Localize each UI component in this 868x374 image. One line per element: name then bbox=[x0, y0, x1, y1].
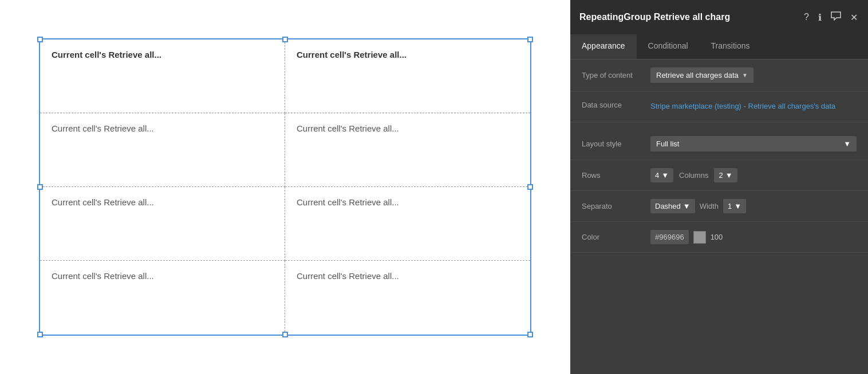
dropdown-arrow: ▼ bbox=[661, 171, 669, 180]
separator-dropdown[interactable]: Dashed ▼ bbox=[650, 199, 695, 213]
handle-top-right[interactable] bbox=[527, 37, 533, 42]
layout-style-value: Full list ▼ bbox=[650, 136, 857, 152]
type-of-content-label: Type of content bbox=[582, 71, 650, 79]
handle-top-left[interactable] bbox=[37, 37, 43, 42]
dropdown-arrow: ▼ bbox=[683, 202, 691, 210]
cell-text: Current cell's Retrieve all... bbox=[297, 197, 399, 207]
cell-text: Current cell's Retrieve all... bbox=[52, 271, 154, 281]
table-row: Current cell's Retrieve all... bbox=[285, 39, 530, 113]
handle-mid-left[interactable] bbox=[37, 184, 43, 190]
info-button[interactable]: ℹ bbox=[817, 11, 823, 24]
cell-text: Current cell's Retrieve all... bbox=[52, 124, 154, 133]
data-source-row: Data source Stripe marketplace (testing)… bbox=[570, 91, 868, 122]
type-of-content-dropdown[interactable]: Retrieve all charges data ▼ bbox=[650, 67, 753, 83]
layout-style-row: Layout style Full list ▼ bbox=[570, 128, 868, 160]
table-row: Current cell's Retrieve all... bbox=[40, 39, 285, 113]
dropdown-arrow: ▼ bbox=[725, 171, 733, 180]
type-of-content-value: Retrieve all charges data ▼ bbox=[650, 67, 857, 83]
cell-grid: Current cell's Retrieve all... Current c… bbox=[40, 39, 530, 335]
color-controls: #969696 100 bbox=[650, 230, 857, 244]
color-row: Color #969696 100 bbox=[570, 222, 868, 253]
rows-columns-row: Rows 4 ▼ Columns 2 ▼ bbox=[570, 160, 868, 191]
close-button[interactable]: ✕ bbox=[849, 11, 859, 24]
layout-style-dropdown[interactable]: Full list ▼ bbox=[650, 136, 857, 152]
layout-style-label: Layout style bbox=[582, 140, 650, 148]
table-row: Current cell's Retrieve all... bbox=[40, 113, 285, 187]
cell-text: Current cell's Retrieve all... bbox=[52, 197, 154, 207]
separator-label: Separato bbox=[582, 202, 650, 210]
table-row: Current cell's Retrieve all... bbox=[285, 261, 530, 335]
table-row: Current cell's Retrieve all... bbox=[285, 113, 530, 187]
table-row: Current cell's Retrieve all... bbox=[40, 261, 285, 335]
repeating-group[interactable]: Current cell's Retrieve all... Current c… bbox=[39, 38, 531, 336]
data-source-label: Data source bbox=[582, 101, 650, 109]
handle-bot-mid[interactable] bbox=[282, 332, 288, 337]
cell-text: Current cell's Retrieve all... bbox=[297, 50, 407, 59]
cell-text: Current cell's Retrieve all... bbox=[297, 271, 399, 281]
data-source-value: Stripe marketplace (testing) - Retrieve … bbox=[650, 101, 857, 112]
tab-conditional[interactable]: Conditional bbox=[637, 34, 700, 59]
cell-text: Current cell's Retrieve all... bbox=[297, 124, 399, 133]
columns-dropdown[interactable]: 2 ▼ bbox=[714, 168, 737, 182]
width-label: Width bbox=[700, 202, 719, 210]
cell-text: Current cell's Retrieve all... bbox=[52, 50, 161, 59]
handle-mid-right[interactable] bbox=[527, 184, 533, 190]
handle-bot-left[interactable] bbox=[37, 332, 43, 337]
dropdown-arrow: ▼ bbox=[742, 72, 748, 78]
canvas-area: Current cell's Retrieve all... Current c… bbox=[0, 0, 570, 374]
handle-bot-right[interactable] bbox=[527, 332, 533, 337]
comment-button[interactable] bbox=[830, 10, 842, 24]
width-dropdown[interactable]: 1 ▼ bbox=[723, 199, 746, 213]
tab-appearance[interactable]: Appearance bbox=[570, 34, 637, 59]
panel-header: RepeatingGroup Retrieve all charg ? ℹ ✕ bbox=[570, 0, 868, 34]
color-label: Color bbox=[582, 233, 650, 241]
help-button[interactable]: ? bbox=[803, 11, 810, 23]
type-of-content-row: Type of content Retrieve all charges dat… bbox=[570, 59, 868, 91]
rows-label: Rows bbox=[582, 171, 650, 180]
separator-row: Separato Dashed ▼ Width 1 ▼ bbox=[570, 191, 868, 222]
panel-title: RepeatingGroup Retrieve all charg bbox=[579, 12, 797, 22]
table-row: Current cell's Retrieve all... bbox=[40, 187, 285, 261]
handle-top-mid[interactable] bbox=[282, 37, 288, 42]
columns-label: Columns bbox=[679, 171, 708, 180]
data-source-link[interactable]: Stripe marketplace (testing) - Retrieve … bbox=[650, 102, 835, 110]
dropdown-arrow: ▼ bbox=[843, 140, 851, 148]
dropdown-arrow: ▼ bbox=[734, 202, 741, 210]
table-row: Current cell's Retrieve all... bbox=[285, 187, 530, 261]
rows-columns-controls: 4 ▼ Columns 2 ▼ bbox=[650, 168, 857, 182]
separator-controls: Dashed ▼ Width 1 ▼ bbox=[650, 199, 857, 213]
properties-panel: RepeatingGroup Retrieve all charg ? ℹ ✕ … bbox=[570, 0, 868, 374]
header-icons: ? ℹ ✕ bbox=[803, 10, 859, 24]
opacity-value: 100 bbox=[711, 233, 723, 241]
tab-transitions[interactable]: Transitions bbox=[700, 34, 762, 59]
tab-bar: Appearance Conditional Transitions bbox=[570, 34, 868, 59]
panel-content: Type of content Retrieve all charges dat… bbox=[570, 59, 868, 374]
rows-dropdown[interactable]: 4 ▼ bbox=[650, 168, 673, 182]
color-swatch[interactable] bbox=[693, 231, 706, 244]
color-hex-value: #969696 bbox=[650, 230, 689, 244]
